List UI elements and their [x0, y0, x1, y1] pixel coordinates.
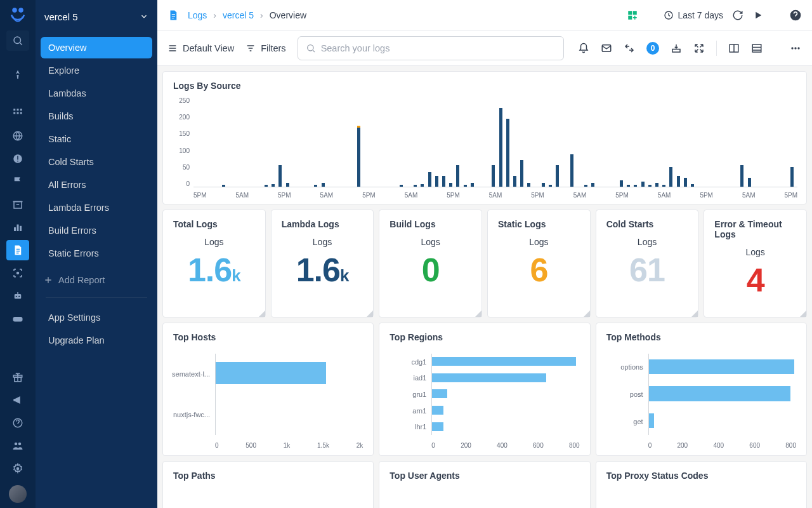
sidebar-item-static[interactable]: Static [41, 128, 152, 150]
topbar: Logs › vercel 5 › Overview Last 7 days [157, 0, 812, 30]
rail-rocket-icon[interactable] [6, 65, 29, 85]
logo-icon[interactable] [8, 4, 27, 23]
sidebar-item-all-errors[interactable]: All Errors [41, 174, 152, 196]
rail-apps-icon[interactable] [6, 103, 29, 123]
mail-icon[interactable] [601, 43, 612, 54]
more-icon[interactable] [789, 42, 802, 55]
rail-logs-icon[interactable] [6, 240, 29, 260]
crumb-current: Overview [270, 10, 306, 20]
svg-rect-29 [629, 15, 632, 19]
svg-rect-28 [633, 11, 637, 15]
error-logs-card[interactable]: Error & Timeout Logs Logs 4 [704, 210, 807, 318]
list-icon[interactable] [751, 43, 763, 54]
lambda-logs-card[interactable]: Lambda Logs Logs 1.6k [271, 210, 374, 318]
build-logs-card[interactable]: Build Logs Logs 0 [379, 210, 482, 318]
avatar[interactable] [9, 485, 27, 503]
time-range-button[interactable]: Last 7 days [664, 10, 723, 20]
logs-by-source-card[interactable]: Logs By Source 250200150100500 5PM5AM5PM… [162, 71, 807, 204]
top-paths-card[interactable]: Top Paths [162, 461, 374, 508]
doc-icon [167, 10, 179, 21]
content: Logs By Source 250200150100500 5PM5AM5PM… [157, 66, 812, 508]
sidebar-item-cold-starts[interactable]: Cold Starts [41, 151, 152, 173]
svg-point-32 [307, 44, 313, 50]
toolbar: Default View Filters 0 [157, 30, 812, 66]
badge-count[interactable]: 0 [646, 42, 659, 55]
add-report-button[interactable]: Add Report [36, 269, 157, 291]
sidebar-item-app-settings[interactable]: App Settings [41, 307, 152, 328]
static-logs-card[interactable]: Static Logs Logs 6 [487, 210, 591, 318]
sidebar: vercel 5 OverviewExploreLambdasBuildsSta… [36, 0, 157, 508]
top-hosts-card[interactable]: Top Hosts sematext-l...nuxtjs-fwc... 050… [162, 323, 374, 456]
rail-help-icon[interactable] [6, 413, 29, 433]
sidebar-item-overview[interactable]: Overview [41, 37, 152, 58]
svg-rect-3 [13, 109, 15, 110]
clock-icon [664, 10, 674, 20]
rail-announce-icon[interactable] [6, 390, 29, 410]
svg-point-0 [12, 8, 17, 13]
sidebar-item-lambda-errors[interactable]: Lambda Errors [41, 197, 152, 218]
icon-rail [0, 0, 36, 508]
svg-point-24 [15, 443, 18, 446]
rail-team-icon[interactable] [6, 436, 29, 456]
svg-point-20 [18, 296, 20, 297]
svg-rect-4 [17, 109, 19, 110]
rail-robot-icon[interactable] [6, 286, 29, 306]
svg-point-19 [16, 296, 17, 297]
top-proxy-status-codes-card[interactable]: Top Proxy Status Codes [596, 461, 807, 508]
svg-rect-6 [13, 112, 15, 114]
top-user-agents-card[interactable]: Top User Agents [379, 461, 590, 508]
split-icon[interactable] [624, 43, 635, 54]
svg-rect-12 [17, 161, 18, 162]
help-icon[interactable] [789, 9, 802, 22]
top-methods-card[interactable]: Top Methods optionspostget 0200400600800 [596, 323, 807, 456]
svg-point-17 [17, 272, 19, 274]
sidebar-item-upgrade-plan[interactable]: Upgrade Plan [41, 330, 152, 351]
svg-rect-27 [629, 11, 632, 15]
svg-rect-34 [672, 49, 680, 52]
svg-rect-7 [17, 112, 19, 114]
sidebar-item-lambdas[interactable]: Lambdas [41, 83, 152, 104]
bell-icon[interactable] [578, 43, 589, 54]
filters-button[interactable]: Filters [246, 43, 285, 53]
search-input[interactable] [298, 36, 564, 60]
columns-icon[interactable] [728, 43, 740, 54]
svg-point-26 [16, 467, 20, 471]
refresh-icon[interactable] [732, 10, 743, 21]
rail-globe-icon[interactable] [6, 126, 29, 146]
breadcrumb: Logs › vercel 5 › Overview [188, 10, 306, 20]
rail-gift-icon[interactable] [6, 367, 29, 387]
sidebar-item-builds[interactable]: Builds [41, 105, 152, 127]
svg-point-1 [18, 8, 23, 13]
svg-rect-5 [20, 109, 22, 110]
top-regions-card[interactable]: Top Regions cdg1iad1gru1arn1lhr1 0200400… [379, 323, 590, 456]
svg-rect-18 [15, 294, 22, 299]
sidebar-item-explore[interactable]: Explore [41, 60, 152, 81]
default-view-button[interactable]: Default View [167, 43, 234, 53]
filter-icon [246, 43, 256, 53]
sidebar-item-static-errors[interactable]: Static Errors [41, 243, 152, 264]
sidebar-item-build-errors[interactable]: Build Errors [41, 220, 152, 241]
rail-settings-icon[interactable] [6, 458, 29, 479]
play-icon[interactable] [752, 10, 764, 21]
svg-rect-14 [14, 227, 16, 231]
download-icon[interactable] [671, 43, 682, 54]
rail-archive-icon[interactable] [6, 194, 29, 215]
svg-rect-36 [752, 44, 761, 52]
expand-icon[interactable] [693, 43, 705, 54]
rail-chart-icon[interactable] [6, 217, 29, 237]
add-widget-icon[interactable] [627, 10, 638, 21]
svg-point-37 [791, 47, 793, 49]
app-selector[interactable]: vercel 5 [36, 0, 157, 33]
rail-alert-icon[interactable] [6, 149, 29, 169]
rail-search-icon[interactable] [6, 30, 29, 51]
svg-rect-11 [17, 156, 18, 160]
menu-icon [167, 43, 178, 53]
total-logs-card[interactable]: Total Logs Logs 1.6k [162, 210, 266, 318]
crumb-parent[interactable]: vercel 5 [223, 10, 254, 20]
rail-game-icon[interactable] [6, 309, 29, 329]
rail-focus-icon[interactable] [6, 263, 29, 283]
crumb-logs[interactable]: Logs [188, 10, 207, 20]
cold-logs-card[interactable]: Cold Starts Logs 61 [596, 210, 699, 318]
rail-flag-icon[interactable] [6, 171, 29, 192]
main: Logs › vercel 5 › Overview Last 7 days D… [157, 0, 812, 508]
